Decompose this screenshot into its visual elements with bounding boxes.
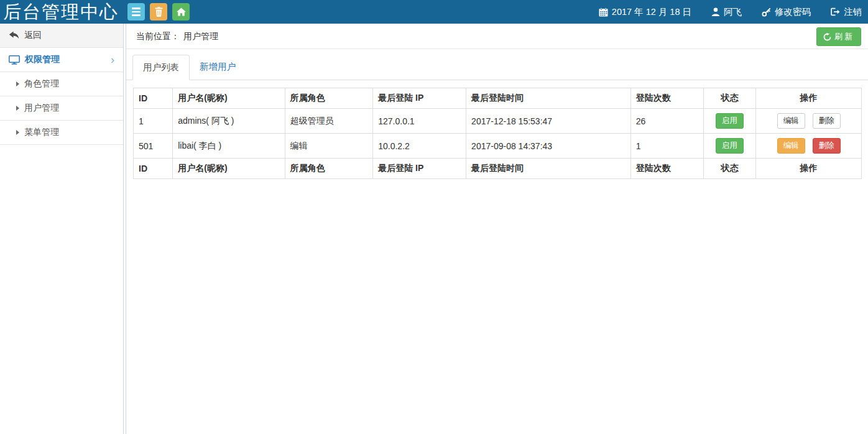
col-actions: 操作 — [756, 159, 862, 179]
sidebar-item-label: 用户管理 — [24, 103, 59, 114]
sidebar-item-menu-management[interactable]: 菜单管理 — [0, 121, 123, 145]
user-display[interactable]: 阿飞 — [711, 6, 742, 18]
clear-cache-button[interactable] — [150, 3, 167, 21]
caret-right-icon — [16, 81, 19, 86]
tab-user-list[interactable]: 用户列表 — [132, 55, 190, 80]
breadcrumb-bar: 当前位置：用户管理 刷新 — [126, 24, 868, 49]
hamburger-icon — [132, 7, 141, 16]
sidebar: 返回 权限管理 › 角色管理 用户管理 菜单管理 — [0, 24, 124, 434]
edit-button[interactable]: 编辑 — [777, 138, 805, 154]
sidebar-item-role-management[interactable]: 角色管理 — [0, 72, 123, 96]
user-table: ID 用户名(昵称) 所属角色 最后登陆 IP 最后登陆时间 登陆次数 状态 操… — [133, 88, 862, 179]
cell-username: admins( 阿飞 ) — [173, 109, 285, 134]
change-password-text: 修改密码 — [775, 6, 811, 18]
col-actions: 操作 — [756, 88, 862, 109]
cell-login-count: 1 — [630, 134, 703, 159]
cell-username: libai( 李白 ) — [173, 134, 285, 159]
navbar-right: 2017 年 12 月 18 日 阿飞 修改密码 注销 — [599, 6, 868, 18]
breadcrumb-prefix: 当前位置： — [136, 31, 180, 41]
logout-text: 注销 — [844, 6, 862, 18]
edit-button[interactable]: 编辑 — [777, 113, 805, 129]
col-login-count: 登陆次数 — [630, 88, 703, 109]
main-content: 当前位置：用户管理 刷新 用户列表 新增用户 — [126, 24, 868, 434]
key-icon — [762, 7, 771, 17]
sidebar-item-user-management[interactable]: 用户管理 — [0, 96, 123, 121]
tab-label: 用户列表 — [143, 62, 179, 72]
trash-icon — [154, 7, 164, 17]
calendar-icon — [599, 7, 608, 17]
top-navbar: 后台管理中心 — [0, 0, 868, 24]
date-text: 2017 年 12 月 18 日 — [612, 6, 691, 18]
breadcrumb-current: 用户管理 — [183, 31, 218, 41]
cell-last-time: 2017-09-08 14:37:43 — [466, 134, 631, 159]
cell-role: 超级管理员 — [285, 109, 373, 134]
col-id: ID — [134, 159, 173, 179]
sidebar-group-label: 权限管理 — [25, 54, 60, 65]
col-username: 用户名(昵称) — [173, 159, 285, 179]
home-button[interactable] — [172, 3, 190, 21]
col-username: 用户名(昵称) — [173, 88, 285, 109]
chevron-right-icon: › — [111, 56, 114, 63]
sidebar-item-label: 菜单管理 — [24, 127, 59, 138]
menu-toggle-button[interactable] — [127, 3, 145, 21]
caret-right-icon — [16, 130, 19, 135]
col-last-time: 最后登陆时间 — [466, 88, 631, 109]
col-last-ip: 最后登陆 IP — [373, 159, 466, 179]
tab-bar: 用户列表 新增用户 — [126, 49, 868, 80]
date-display: 2017 年 12 月 18 日 — [599, 6, 691, 18]
home-icon — [177, 7, 186, 16]
cell-last-ip: 127.0.0.1 — [373, 109, 466, 134]
table-row: 1 admins( 阿飞 ) 超级管理员 127.0.0.1 2017-12-1… — [134, 109, 862, 134]
delete-button[interactable]: 删除 — [813, 138, 841, 154]
cell-id: 1 — [134, 109, 173, 134]
col-role: 所属角色 — [285, 88, 373, 109]
cell-role: 编辑 — [285, 134, 373, 159]
change-password-link[interactable]: 修改密码 — [762, 6, 811, 18]
col-login-count: 登陆次数 — [630, 159, 703, 179]
table-footer-row: ID 用户名(昵称) 所属角色 最后登陆 IP 最后登陆时间 登陆次数 状态 操… — [134, 159, 862, 179]
refresh-icon — [823, 33, 831, 41]
tab-label: 新增用户 — [200, 62, 236, 72]
sidebar-back-label: 返回 — [24, 30, 42, 41]
sidebar-back-button[interactable]: 返回 — [0, 24, 123, 48]
cell-login-count: 26 — [630, 109, 703, 134]
col-status: 状态 — [703, 159, 755, 179]
caret-right-icon — [16, 106, 19, 111]
col-role: 所属角色 — [285, 159, 373, 179]
tab-add-user[interactable]: 新增用户 — [190, 55, 246, 80]
col-last-ip: 最后登陆 IP — [373, 88, 466, 109]
username-text: 阿飞 — [724, 6, 742, 18]
col-id: ID — [134, 88, 173, 109]
cell-id: 501 — [134, 134, 173, 159]
reply-icon — [9, 31, 19, 40]
user-icon — [711, 7, 720, 16]
desktop-icon — [9, 55, 20, 65]
col-last-time: 最后登陆时间 — [466, 159, 631, 179]
status-toggle-button[interactable]: 启用 — [716, 138, 744, 154]
delete-button[interactable]: 删除 — [813, 113, 841, 129]
sidebar-item-permission-management[interactable]: 权限管理 › — [0, 48, 123, 72]
refresh-button[interactable]: 刷新 — [816, 27, 861, 46]
sidebar-item-label: 角色管理 — [24, 78, 59, 90]
refresh-label: 刷新 — [834, 31, 854, 42]
cell-last-ip: 10.0.2.2 — [373, 134, 466, 159]
app-title: 后台管理中心 — [0, 0, 127, 24]
logout-icon — [831, 7, 840, 16]
col-status: 状态 — [703, 88, 755, 109]
cell-last-time: 2017-12-18 15:53:47 — [466, 109, 631, 134]
logout-link[interactable]: 注销 — [831, 6, 862, 18]
table-header-row: ID 用户名(昵称) 所属角色 最后登陆 IP 最后登陆时间 登陆次数 状态 操… — [134, 88, 862, 109]
table-row: 501 libai( 李白 ) 编辑 10.0.2.2 2017-09-08 1… — [134, 134, 862, 159]
status-toggle-button[interactable]: 启用 — [716, 113, 744, 129]
